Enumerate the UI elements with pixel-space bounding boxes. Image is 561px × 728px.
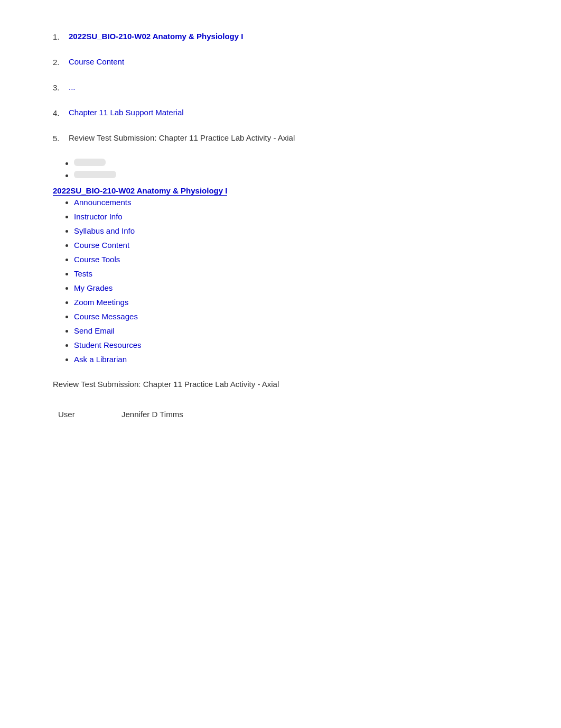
breadcrumb-link-2[interactable]: Course Content	[69, 57, 124, 66]
breadcrumb-num-4: 4.	[53, 108, 69, 117]
breadcrumb-item-5: 5. Review Test Submission: Chapter 11 Pr…	[53, 133, 508, 143]
nav-item-my-grades: My Grades	[74, 283, 508, 292]
nav-link-send-email[interactable]: Send Email	[74, 326, 115, 335]
breadcrumb-num-5: 5.	[53, 133, 69, 143]
blurred-item-2	[74, 171, 508, 180]
nav-item-course-content: Course Content	[74, 241, 508, 250]
nav-item-tests: Tests	[74, 269, 508, 278]
nav-item-ask-librarian: Ask a Librarian	[74, 355, 508, 364]
nav-item-send-email: Send Email	[74, 326, 508, 335]
breadcrumb-num-1: 1.	[53, 32, 69, 41]
nav-link-instructor-info[interactable]: Instructor Info	[74, 212, 123, 221]
breadcrumb-num-2: 2.	[53, 57, 69, 67]
nav-link-course-content[interactable]: Course Content	[74, 241, 129, 250]
nav-link-my-grades[interactable]: My Grades	[74, 283, 113, 292]
nav-item-course-tools: Course Tools	[74, 255, 508, 264]
user-value: Jennifer D Timms	[121, 410, 183, 419]
breadcrumb-link-1[interactable]: 2022SU_BIO-210-W02 Anatomy & Physiology …	[69, 32, 243, 41]
course-nav-list: Announcements Instructor Info Syllabus a…	[53, 198, 508, 364]
user-label: User	[53, 410, 121, 419]
user-info-section: User Jennifer D Timms	[53, 410, 508, 419]
breadcrumb-text-5: Review Test Submission: Chapter 11 Pract…	[69, 133, 295, 142]
nav-link-ask-librarian[interactable]: Ask a Librarian	[74, 355, 127, 364]
blurred-pill-2	[74, 171, 116, 178]
breadcrumb-link-4[interactable]: Chapter 11 Lab Support Material	[69, 108, 184, 117]
nav-link-tests[interactable]: Tests	[74, 269, 92, 278]
nav-link-course-tools[interactable]: Course Tools	[74, 255, 120, 264]
blurred-pills-list	[53, 159, 508, 180]
breadcrumb-num-3: 3.	[53, 82, 69, 92]
course-nav-section: 2022SU_BIO-210-W02 Anatomy & Physiology …	[53, 186, 508, 364]
breadcrumb-item-4: 4. Chapter 11 Lab Support Material	[53, 108, 508, 117]
course-title-link[interactable]: 2022SU_BIO-210-W02 Anatomy & Physiology …	[53, 186, 227, 196]
nav-link-syllabus[interactable]: Syllabus and Info	[74, 226, 135, 235]
nav-item-announcements: Announcements	[74, 198, 508, 207]
nav-item-course-messages: Course Messages	[74, 312, 508, 321]
nav-link-zoom-meetings[interactable]: Zoom Meetings	[74, 298, 128, 307]
nav-item-syllabus: Syllabus and Info	[74, 226, 508, 235]
nav-item-student-resources: Student Resources	[74, 340, 508, 349]
breadcrumb-link-3[interactable]: ...	[69, 82, 76, 91]
breadcrumb-item-2: 2. Course Content	[53, 57, 508, 67]
blurred-pill-1	[74, 159, 106, 166]
breadcrumb-item-1: 1. 2022SU_BIO-210-W02 Anatomy & Physiolo…	[53, 32, 508, 41]
nav-item-zoom-meetings: Zoom Meetings	[74, 298, 508, 307]
nav-link-course-messages[interactable]: Course Messages	[74, 312, 138, 321]
nav-item-instructor-info: Instructor Info	[74, 212, 508, 221]
blurred-item-1	[74, 159, 508, 168]
nav-link-student-resources[interactable]: Student Resources	[74, 340, 142, 349]
breadcrumb-item-3: 3. ...	[53, 82, 508, 92]
nav-link-announcements[interactable]: Announcements	[74, 198, 131, 207]
review-submission-text: Review Test Submission: Chapter 11 Pract…	[53, 380, 508, 389]
breadcrumb-list: 1. 2022SU_BIO-210-W02 Anatomy & Physiolo…	[53, 32, 508, 143]
